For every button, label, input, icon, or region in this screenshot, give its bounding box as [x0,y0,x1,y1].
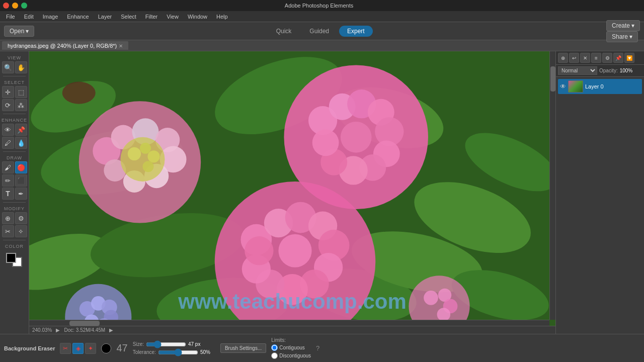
view-tools: 🔍 ✋ [1,61,28,73]
tolerance-slider-label: Tolerance: [133,349,156,355]
recompose-tool[interactable]: ⚙ [15,212,27,224]
create-share-area: Create ▾ Share ▾ [606,20,640,42]
canvas-triangle: ▶ [56,327,60,333]
eye-tool[interactable]: 👁 [2,124,14,136]
menu-layer[interactable]: Layer [94,13,116,21]
contiguous-radio[interactable] [271,344,278,351]
tab-close-icon[interactable]: ✕ [119,43,123,49]
menu-help[interactable]: Help [212,13,232,21]
tool-options-title: Background Eraser [4,345,55,351]
vertical-scrollbar[interactable] [549,51,555,320]
layer-item[interactable]: 👁 Layer 0 [558,79,642,94]
minimize-button[interactable] [12,3,18,9]
menu-select[interactable]: Select [117,13,140,21]
open-label: Open [10,28,24,35]
shape-tool[interactable]: ✒ [15,188,27,200]
zoom-tool[interactable]: 🔍 [2,61,14,73]
maximize-button[interactable] [21,3,27,9]
brush-settings-button[interactable]: Brush Settings... [220,343,266,353]
foreground-color-swatch[interactable] [6,253,16,263]
horizontal-scrollbar[interactable] [29,320,549,326]
menu-file[interactable]: File [2,13,19,21]
enhance-tool[interactable]: 📌 [15,124,27,136]
help-icon[interactable]: ? [316,344,319,352]
right-tool-2[interactable]: ↩ [569,53,579,63]
menu-window[interactable]: Window [184,13,211,21]
svg-point-51 [341,122,372,153]
right-tool-3[interactable]: ✕ [580,53,590,63]
enhance-tools-row2: 🖊 💧 [1,137,28,149]
titlebar-controls[interactable] [3,3,27,9]
pencil-tool[interactable]: ✏ [2,174,14,187]
enhance-label: ENHANCE [1,118,28,123]
crop-tool[interactable]: ✂ [2,225,14,237]
create-dropdown-icon: ▾ [631,22,634,29]
menu-enhance[interactable]: Enhance [63,13,93,21]
menu-filter[interactable]: Filter [141,13,162,21]
right-panel: ⊕ ↩ ✕ ≡ ⚙ 📌 🔽 Normal Opacity: 100% 👁 Lay… [555,51,644,334]
right-tool-5[interactable]: ⚙ [602,53,612,63]
menu-image[interactable]: Image [39,13,62,21]
transform-tool[interactable]: ⊕ [2,212,14,224]
opacity-value: 100% [620,68,633,73]
zoom-level: 240.03% [32,327,52,333]
layer-thumbnail-content [569,81,583,92]
menu-view[interactable]: View [163,13,183,21]
modify-tools-row2: ✂ ⟡ [1,225,28,237]
size-slider-row: Size: 47 px [133,341,215,347]
open-dropdown-icon: ▾ [26,28,29,35]
svg-point-63 [437,308,450,321]
divider-1 [3,76,26,76]
right-tool-1[interactable]: ⊕ [558,53,568,63]
liquify-tool[interactable]: ⟡ [15,225,27,237]
close-button[interactable] [3,3,9,9]
dodge-tool[interactable]: 🖊 [2,137,14,149]
draw-tools-row3: T ✒ [1,188,28,200]
magic-wand-tool[interactable]: ⁂ [15,99,27,111]
discontiguous-label: Discontiguous [279,353,311,358]
marquee-tool[interactable]: ⬚ [15,86,27,98]
discontiguous-radio[interactable] [271,352,278,359]
canvas-area[interactable]: www.teachucomp.com 240.03% ▶ Doc: 3.52M/… [29,51,555,334]
hand-tool[interactable]: ✋ [15,61,27,73]
draw-label: DRAW [1,155,28,160]
tabbar: hydrangeas.jpeg @ 240% (Layer 0, RGB/8*)… [0,40,644,51]
layer-visibility-icon[interactable]: 👁 [560,83,566,90]
eraser-normal[interactable]: ✂ [60,343,71,354]
tab-quick[interactable]: Quick [268,26,300,37]
text-tool[interactable]: T [2,188,14,200]
right-tool-7[interactable]: 🔽 [624,53,634,63]
right-tool-6[interactable]: 📌 [613,53,623,63]
menubar: File Edit Image Enhance Layer Select Fil… [0,11,644,22]
create-button[interactable]: Create ▾ [606,20,640,31]
tab-expert[interactable]: Expert [339,26,373,37]
eraser-magic[interactable]: ✦ [85,343,96,354]
lasso-tool[interactable]: ⟳ [2,99,14,111]
right-tool-4[interactable]: ≡ [591,53,601,63]
eraser-background[interactable]: ◈ [72,343,84,354]
tab-file[interactable]: hydrangeas.jpeg @ 240% (Layer 0, RGB/8*)… [2,41,128,50]
divider-4 [3,202,26,203]
tab-guided[interactable]: Guided [301,26,337,37]
menu-edit[interactable]: Edit [20,13,38,21]
layer-thumbnail [568,80,583,93]
size-slider[interactable] [146,341,186,347]
svg-point-25 [147,150,159,162]
open-button[interactable]: Open ▾ [4,26,34,37]
blend-mode-dropdown[interactable]: Normal [558,66,597,75]
canvas-statusbar: 240.03% ▶ Doc: 3.52M/4.45M ▶ [29,326,555,334]
smart-brush-tool[interactable]: 🔴 [15,161,27,173]
move-tool[interactable]: ✛ [2,86,14,98]
sponge-tool[interactable]: 💧 [15,137,27,149]
share-button[interactable]: Share ▾ [606,31,638,42]
clone-tool[interactable]: ⬛ [15,174,27,187]
brush-tool[interactable]: 🖌 [2,161,14,173]
right-toolbar: ⊕ ↩ ✕ ≡ ⚙ 📌 🔽 [556,51,644,65]
color-label: COLOR [1,244,28,249]
select-tools-row1: ✛ ⬚ [1,86,28,98]
modify-tools-row1: ⊕ ⚙ [1,212,28,224]
tolerance-slider[interactable] [158,349,198,355]
doc-info: Doc: 3.52M/4.45M [64,327,105,333]
eraser-tools: ✂ ◈ ✦ [60,343,96,354]
view-label: VIEW [1,55,28,60]
